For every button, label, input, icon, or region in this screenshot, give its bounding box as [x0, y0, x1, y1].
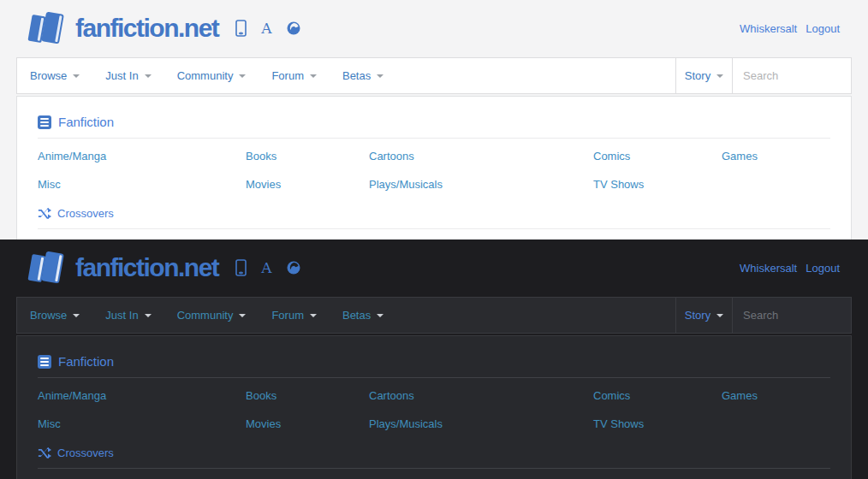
logout-link[interactable]: Logout	[806, 22, 840, 35]
nav-item-label: Community	[177, 309, 234, 322]
nav-item-community[interactable]: Community	[164, 298, 259, 333]
site-logo[interactable]: fanfiction.net	[28, 9, 218, 47]
font-size-icon[interactable]: A	[261, 21, 271, 36]
category-link[interactable]: Games	[722, 142, 830, 170]
category-link[interactable]: TV Shows	[593, 410, 722, 438]
nav-item-label: Just In	[105, 69, 138, 82]
caret-down-icon	[239, 314, 246, 317]
category-grid: Anime/Manga Books Cartoons Comics Games …	[38, 142, 830, 198]
site-logo[interactable]: fanfiction.net	[28, 249, 218, 287]
caret-down-icon	[377, 314, 383, 317]
fanfiction-heading-label: Fanfiction	[58, 354, 114, 369]
category-link[interactable]: Games	[722, 381, 830, 410]
crossovers-label: Crossovers	[57, 207, 114, 220]
nav-menu: Browse Just In Community Forum Betas	[17, 298, 675, 333]
nav-menu: Browse Just In Community Forum Betas	[17, 58, 675, 93]
nav-item-browse[interactable]: Browse	[17, 58, 92, 93]
category-link[interactable]: Movies	[246, 410, 369, 438]
caret-down-icon	[377, 74, 383, 78]
stacked-books-icon	[28, 9, 69, 47]
caret-down-icon	[239, 74, 246, 78]
category-link[interactable]: Books	[246, 381, 369, 410]
nav-item-browse[interactable]: Browse	[17, 298, 92, 333]
crossovers-link[interactable]: Crossovers	[38, 198, 830, 228]
logo-text: fanfiction.net	[75, 253, 218, 282]
crossovers-label: Crossovers	[57, 446, 114, 459]
account-links: Whiskersalt Logout	[740, 262, 840, 275]
search-input[interactable]	[733, 58, 851, 93]
shuffle-icon	[38, 208, 51, 219]
username-link[interactable]: Whiskersalt	[740, 262, 797, 275]
nav-item-label: Browse	[30, 69, 67, 82]
font-size-icon[interactable]: A	[261, 261, 271, 275]
caret-down-icon	[716, 314, 723, 317]
category-link[interactable]: TV Shows	[593, 170, 722, 198]
category-link[interactable]: Cartoons	[369, 381, 593, 410]
list-icon	[38, 355, 51, 369]
account-links: Whiskersalt Logout	[740, 22, 840, 35]
navbar: Browse Just In Community Forum Betas Sto…	[16, 297, 852, 334]
crossovers-link[interactable]: Crossovers	[38, 438, 830, 467]
logout-link[interactable]: Logout	[806, 262, 840, 275]
caret-down-icon	[310, 314, 317, 317]
search-input[interactable]	[733, 298, 851, 333]
caret-down-icon	[73, 74, 80, 78]
nav-item-label: Betas	[342, 69, 371, 82]
category-link[interactable]: Anime/Manga	[38, 142, 246, 170]
header-icon-group: A	[235, 20, 300, 37]
nav-item-label: Forum	[271, 309, 304, 322]
divider	[38, 138, 830, 139]
browse-panel: Fanfiction Anime/Manga Books Cartoons Co…	[16, 335, 852, 479]
nav-item-label: Just In	[105, 309, 138, 322]
category-link[interactable]: Plays/Musicals	[369, 170, 593, 198]
divider	[38, 228, 830, 229]
search-box	[732, 298, 851, 333]
navbar: Browse Just In Community Forum Betas Sto…	[16, 57, 852, 94]
shuffle-icon	[38, 447, 51, 458]
section-dark-theme: fanfiction.net A Whiskersalt Logout	[0, 240, 868, 479]
category-link[interactable]: Comics	[593, 142, 722, 170]
stacked-books-icon	[28, 249, 69, 287]
story-label: Story	[685, 69, 710, 82]
globe-icon[interactable]	[287, 261, 300, 275]
divider	[38, 468, 830, 469]
logo-text: fanfiction.net	[75, 14, 218, 43]
nav-item-forum[interactable]: Forum	[259, 298, 330, 333]
nav-item-forum[interactable]: Forum	[259, 58, 330, 93]
fanfiction-heading-label: Fanfiction	[58, 115, 114, 129]
story-dropdown[interactable]: Story	[675, 298, 732, 333]
mobile-icon[interactable]	[235, 20, 247, 37]
category-link[interactable]: Misc	[38, 410, 246, 438]
nav-item-betas[interactable]: Betas	[330, 58, 396, 93]
header-icon-group: A	[235, 259, 300, 276]
caret-down-icon	[145, 314, 152, 317]
category-link[interactable]: Misc	[38, 170, 246, 198]
globe-icon[interactable]	[287, 21, 300, 35]
story-dropdown[interactable]: Story	[675, 58, 732, 93]
category-link[interactable]: Cartoons	[369, 142, 593, 170]
category-link[interactable]: Movies	[246, 170, 369, 198]
story-label: Story	[685, 309, 710, 322]
browse-panel: Fanfiction Anime/Manga Books Cartoons Co…	[16, 96, 852, 240]
mobile-icon[interactable]	[235, 259, 247, 276]
search-box	[732, 58, 851, 93]
category-link[interactable]: Plays/Musicals	[369, 410, 593, 438]
nav-item-just-in[interactable]: Just In	[92, 298, 163, 333]
caret-down-icon	[716, 74, 723, 78]
divider	[38, 377, 830, 378]
fanfiction-heading[interactable]: Fanfiction	[38, 97, 830, 129]
caret-down-icon	[73, 314, 80, 317]
section-light-theme: fanfiction.net A Whiskersalt Logout	[0, 0, 868, 240]
nav-item-label: Community	[177, 69, 234, 82]
nav-item-betas[interactable]: Betas	[330, 298, 396, 333]
top-header: fanfiction.net A Whiskersalt Logout	[0, 240, 868, 296]
nav-item-label: Betas	[342, 309, 371, 322]
nav-item-just-in[interactable]: Just In	[92, 58, 163, 93]
username-link[interactable]: Whiskersalt	[740, 22, 797, 35]
category-link[interactable]: Books	[246, 142, 369, 170]
category-link[interactable]: Anime/Manga	[38, 381, 246, 410]
category-link[interactable]: Comics	[593, 381, 722, 410]
nav-item-community[interactable]: Community	[164, 58, 259, 93]
fanfiction-heading[interactable]: Fanfiction	[38, 336, 830, 369]
nav-item-label: Forum	[271, 69, 304, 82]
